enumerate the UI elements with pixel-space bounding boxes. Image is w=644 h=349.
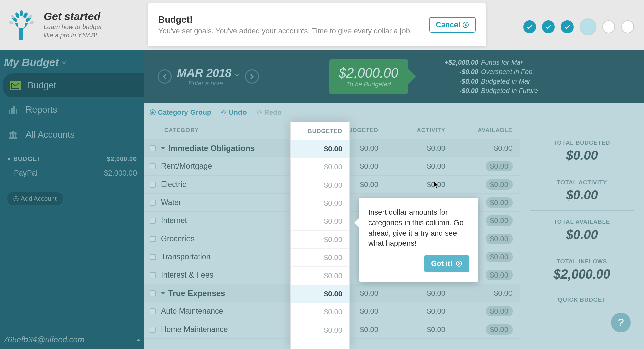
- svg-point-8: [29, 21, 34, 25]
- reports-icon: [7, 104, 19, 115]
- add-account-label: Add Account: [21, 195, 57, 202]
- row-checkbox[interactable]: [144, 182, 161, 188]
- row-checkbox[interactable]: [144, 200, 161, 206]
- month-display[interactable]: MAR 2018 Enter a note...: [177, 66, 239, 87]
- step-6-pending[interactable]: [621, 20, 634, 33]
- section-label: BUDGET: [13, 156, 41, 163]
- row-activity: $0.00: [386, 307, 453, 316]
- banner-subtitle: You've set goals. You've added your acco…: [158, 27, 412, 35]
- highlight-cell[interactable]: $0.00: [291, 158, 349, 176]
- highlight-cell[interactable]: $0.00: [291, 285, 349, 303]
- svg-rect-11: [9, 110, 10, 114]
- budget-selector[interactable]: My Budget: [0, 50, 144, 73]
- row-activity: $0.00: [386, 325, 453, 334]
- row-available[interactable]: $0.00: [453, 162, 520, 171]
- undo-button[interactable]: Undo: [221, 108, 247, 116]
- add-category-group-button[interactable]: Category Group: [150, 108, 211, 116]
- step-1-done[interactable]: [523, 20, 536, 33]
- help-button[interactable]: ?: [611, 313, 631, 332]
- highlight-cell[interactable]: $0.00: [291, 140, 349, 158]
- next-month-button[interactable]: [245, 69, 259, 84]
- budget-section-header[interactable]: BUDGET $2,000.00: [7, 152, 137, 166]
- budget-summary: +$2,000.00Funds for Mar -$0.00Overspent …: [438, 58, 538, 95]
- get-started-title: Get started: [44, 10, 102, 23]
- budgeted-column-highlight: BUDGETED $0.00$0.00$0.00$0.00$0.00$0.00$…: [290, 122, 350, 349]
- month-nav: MAR 2018 Enter a note...: [158, 66, 259, 87]
- highlight-cell[interactable]: $0.00: [291, 194, 349, 212]
- row-available[interactable]: $0.00: [453, 180, 520, 189]
- highlight-cell[interactable]: $0.00: [291, 267, 349, 285]
- account-paypal[interactable]: PayPal $2,000.00: [7, 166, 137, 180]
- step-2-done[interactable]: [542, 20, 555, 33]
- prev-month-button[interactable]: [158, 69, 172, 84]
- highlight-cell[interactable]: $0.00: [291, 321, 349, 339]
- step-indicators: [523, 18, 634, 35]
- row-checkbox[interactable]: [144, 254, 161, 260]
- chevron-down-icon: [62, 61, 66, 64]
- quick-budget-label: QUICK BUDGET: [530, 290, 634, 303]
- highlight-cell[interactable]: $0.00: [291, 303, 349, 321]
- svg-point-0: [20, 10, 23, 16]
- step-5-pending[interactable]: [602, 20, 615, 33]
- nav-all-accounts[interactable]: All Accounts: [0, 122, 144, 147]
- close-circle-icon: [462, 21, 469, 28]
- banner-text: Budget! You've set goals. You've added y…: [158, 15, 412, 35]
- nav-reports-label: Reports: [25, 105, 57, 115]
- step-3-done[interactable]: [561, 20, 574, 33]
- row-checkbox[interactable]: [144, 272, 161, 278]
- svg-point-21: [456, 261, 462, 266]
- svg-rect-18: [9, 137, 17, 139]
- section-amount: $2,000.00: [107, 156, 137, 163]
- caret-up-icon: [136, 338, 141, 341]
- summary-val-3: -$0.00: [438, 86, 478, 95]
- header-activity: ACTIVITY: [386, 127, 453, 134]
- step-4-active[interactable]: [580, 18, 596, 35]
- row-activity: $0.00: [386, 180, 453, 189]
- got-it-label: Got it!: [431, 259, 453, 268]
- row-checkbox[interactable]: [144, 290, 161, 296]
- month-note[interactable]: Enter a note...: [177, 80, 239, 87]
- total-budgeted-block: TOTAL BUDGETED $0.00: [530, 132, 634, 171]
- onboarding-tooltip: Insert dollar amounts for categories in …: [359, 198, 478, 282]
- nav-reports[interactable]: Reports: [0, 97, 144, 122]
- row-activity: $0.00: [386, 162, 453, 171]
- svg-rect-16: [12, 134, 14, 137]
- redo-label: Redo: [264, 108, 282, 116]
- redo-button[interactable]: Redo: [256, 108, 282, 116]
- ynab-logo-icon: [8, 8, 35, 42]
- accounts-icon: [7, 129, 19, 140]
- total-inflows-value: $2,000.00: [530, 267, 634, 282]
- summary-label-0: Funds for Mar: [481, 58, 523, 67]
- caret-down-icon: [7, 158, 11, 161]
- sidebar-budget-section: BUDGET $2,000.00 PayPal $2,000.00: [0, 147, 144, 186]
- cancel-button[interactable]: Cancel: [429, 17, 476, 33]
- sidebar-footer[interactable]: 765efb34@uifeed.com: [0, 330, 144, 349]
- nav-budget[interactable]: Budget: [3, 73, 144, 97]
- summary-label-2: Budgeted in Mar: [481, 77, 530, 86]
- highlight-cell[interactable]: $0.00: [291, 176, 349, 194]
- row-checkbox[interactable]: [144, 327, 161, 333]
- row-checkbox[interactable]: [144, 163, 161, 169]
- row-activity: $0.00: [386, 289, 453, 298]
- highlight-cell[interactable]: $0.00: [291, 231, 349, 249]
- total-inflows-label: TOTAL INFLOWS: [530, 258, 634, 265]
- got-it-button[interactable]: Got it!: [424, 255, 469, 272]
- right-summary-panel: TOTAL BUDGETED $0.00 TOTAL ACTIVITY $0.0…: [520, 121, 644, 339]
- row-checkbox[interactable]: [144, 218, 161, 224]
- total-activity-label: TOTAL ACTIVITY: [530, 179, 634, 186]
- total-budgeted-value: $0.00: [530, 148, 634, 163]
- svg-point-1: [15, 12, 20, 19]
- caret-down-icon: [161, 147, 165, 150]
- highlight-cell[interactable]: $0.00: [291, 212, 349, 231]
- to-be-budgeted-badge[interactable]: $2,000.00 To be Budgeted: [329, 59, 408, 94]
- onboarding-banner: Budget! You've set goals. You've added y…: [148, 3, 486, 46]
- row-available[interactable]: $0.00: [453, 307, 520, 316]
- add-account-button[interactable]: Add Account: [7, 192, 63, 205]
- row-available[interactable]: $0.00: [453, 325, 520, 334]
- row-checkbox[interactable]: [144, 308, 161, 314]
- row-checkbox[interactable]: [144, 145, 161, 151]
- row-checkbox[interactable]: [144, 236, 161, 242]
- total-available-block: TOTAL AVAILABLE $0.00: [530, 211, 634, 250]
- highlight-cell[interactable]: $0.00: [291, 249, 349, 267]
- header-available: AVAILABLE: [453, 127, 520, 134]
